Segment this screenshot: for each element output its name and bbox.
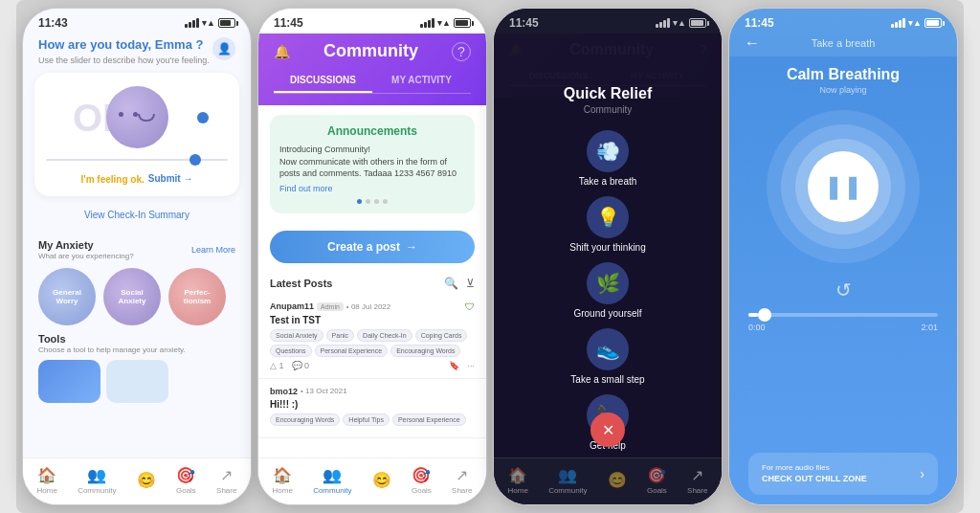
- tab-discussions[interactable]: DISCUSSIONS: [274, 69, 372, 93]
- mood-slider[interactable]: [46, 159, 228, 161]
- search-posts-icon[interactable]: 🔍: [444, 277, 458, 290]
- tag-personal[interactable]: Personal Experience: [315, 345, 389, 357]
- tag-social-anxiety[interactable]: Social Anxiety: [270, 329, 323, 342]
- tools-images: [38, 360, 235, 403]
- nav-goals-2[interactable]: 🎯Goals: [412, 466, 432, 495]
- nav-community-1[interactable]: 👥Community: [78, 466, 116, 495]
- nav-share-3[interactable]: ↗Share: [687, 466, 707, 495]
- back-button[interactable]: ←: [745, 34, 760, 52]
- tab-my-activity[interactable]: MY ACTIVITY: [372, 69, 471, 93]
- bottom-nav-3: 🏠Home 👥Community 😊 🎯Goals ↗Share: [494, 457, 722, 504]
- mood-slider-thumb[interactable]: [189, 154, 201, 166]
- tag-encouraging[interactable]: Encouraging Words: [390, 345, 460, 357]
- avatar[interactable]: 👤: [212, 37, 235, 60]
- nav-checkin-1[interactable]: 😊: [137, 471, 156, 491]
- dot-1: [357, 199, 362, 204]
- anxiety-card-perfectionism[interactable]: Perfec-tionism: [168, 268, 226, 325]
- filter-posts-icon[interactable]: ⊻: [466, 277, 475, 290]
- breathing-circles: ❚❚: [767, 110, 920, 263]
- signal-icon-2: [420, 18, 434, 28]
- battery-icon-4: [924, 18, 942, 28]
- wifi-icon-4: ▾▲: [908, 18, 922, 28]
- anxiety-card-social[interactable]: SocialAnxiety: [103, 268, 161, 325]
- time-3: 11:45: [509, 16, 539, 30]
- nav-goals-3[interactable]: 🎯Goals: [647, 466, 667, 495]
- post-admin-badge-1: Admin: [317, 302, 344, 311]
- feeling-ok: I'm feeling ok.: [81, 174, 145, 185]
- qr-item-step[interactable]: 👟 Take a small step: [512, 328, 703, 385]
- submit-button[interactable]: Submit →: [148, 173, 193, 184]
- quick-relief-overlay: Quick Relief Community 💨 Take a breath 💡…: [494, 9, 722, 504]
- post-action-buttons: 🔍 ⊻: [444, 277, 475, 290]
- nav-checkin-2[interactable]: 😊: [372, 471, 391, 491]
- nav-goals-1[interactable]: 🎯Goals: [176, 466, 196, 495]
- chill-zone-banner[interactable]: For more audio files CHECK OUT CHILL ZON…: [748, 453, 938, 495]
- post-title-2: Hi!!! :): [270, 399, 475, 410]
- find-out-more-link[interactable]: Find out more: [279, 184, 465, 193]
- greeting-subtitle: Use the slider to describe how you're fe…: [38, 56, 210, 65]
- tag-encouraging-2[interactable]: Encouraging Words: [270, 413, 340, 426]
- anxiety-card-general[interactable]: GeneralWorry: [38, 268, 96, 325]
- create-post-button[interactable]: Create a post →: [270, 231, 475, 263]
- progress-thumb[interactable]: [758, 308, 771, 322]
- chill-zone-text: For more audio files CHECK OUT CHILL ZON…: [762, 462, 867, 485]
- nav-checkin-3[interactable]: 😊: [608, 471, 627, 491]
- take-a-breath-label: Take a breath: [812, 37, 876, 49]
- announcements-text: Introducing Community!Now communicate wi…: [279, 144, 465, 180]
- dot-4: [383, 199, 388, 204]
- bookmark-icon-1[interactable]: 🔖: [449, 361, 459, 370]
- anxiety-subtitle: What are you experiencing?: [38, 252, 134, 260]
- comment-icon-1[interactable]: 💬 0: [292, 361, 310, 370]
- tools-title: Tools: [38, 333, 235, 345]
- upvote-icon-1[interactable]: △ 1: [270, 361, 284, 370]
- create-post-label: Create a post: [327, 240, 400, 254]
- tag-panic[interactable]: Panic: [326, 329, 355, 342]
- qr-item-thinking[interactable]: 💡 Shift your thinking: [512, 196, 703, 253]
- tag-daily-checkin[interactable]: Daily Check-In: [357, 329, 412, 342]
- qr-thinking-label: Shift your thinking: [569, 242, 646, 253]
- mood-checkin-area: OK I'm feeling ok. Submit →: [34, 73, 239, 196]
- help-icon[interactable]: ?: [452, 42, 471, 61]
- mood-face-wrapper: OK: [46, 84, 228, 151]
- community-title: Community: [290, 41, 452, 61]
- time-elapsed: 0:00: [748, 323, 766, 332]
- wifi-icon-1: ▾▲: [202, 18, 215, 28]
- chill-zone-chevron-icon[interactable]: ›: [920, 466, 924, 481]
- bell-icon[interactable]: 🔔: [274, 44, 290, 59]
- post-tags-1: Social Anxiety Panic Daily Check-In Copi…: [270, 329, 475, 357]
- more-icon-1[interactable]: ···: [467, 361, 475, 370]
- nav-home-2[interactable]: 🏠Home: [273, 466, 293, 495]
- nav-share-2[interactable]: ↗Share: [452, 466, 472, 495]
- status-bar-3: 11:45 ▾▲: [494, 9, 722, 33]
- breathe-header: ← Take a breath: [729, 33, 957, 56]
- community-header: 🔔 Community ? DISCUSSIONS MY ACTIVITY: [258, 33, 486, 105]
- nav-home-1[interactable]: 🏠Home: [37, 466, 57, 495]
- quick-relief-close-button[interactable]: ✕: [590, 413, 625, 447]
- screen-home: 11:43 ▾▲ How are you today, Emma ? Use t…: [22, 8, 252, 505]
- signal-icon-3: [656, 18, 670, 28]
- screen-community: 11:45 ▾▲ 🔔 Community ?: [257, 8, 487, 505]
- nav-home-3[interactable]: 🏠Home: [508, 466, 528, 495]
- tag-coping[interactable]: Coping Cards: [415, 329, 468, 342]
- view-summary-link[interactable]: View Check-In Summary: [23, 204, 251, 226]
- tag-personal-2[interactable]: Personal Experience: [392, 413, 466, 426]
- qr-item-ground[interactable]: 🌿 Ground yourself: [512, 262, 703, 319]
- tag-questions[interactable]: Questions: [270, 345, 312, 357]
- tool-thumb-1[interactable]: [38, 360, 100, 403]
- nav-share-1[interactable]: ↗Share: [216, 466, 236, 495]
- progress-bar[interactable]: [748, 313, 938, 317]
- home-header: How are you today, Emma ? Use the slider…: [23, 33, 251, 73]
- replay-button[interactable]: ↺: [835, 279, 852, 301]
- status-icons-4: ▾▲: [891, 18, 942, 28]
- tool-thumb-2[interactable]: [106, 360, 168, 403]
- qr-item-breathe[interactable]: 💨 Take a breath: [512, 130, 703, 187]
- status-bar-1: 11:43 ▾▲: [23, 9, 251, 33]
- anxiety-title: My Anxiety: [38, 239, 134, 251]
- tag-helpful[interactable]: Helpful Tips: [343, 413, 390, 426]
- nav-community-3[interactable]: 👥Community: [548, 466, 587, 495]
- pause-button[interactable]: ❚❚: [824, 173, 862, 200]
- learn-more-link[interactable]: Learn More: [191, 245, 235, 255]
- post-author-2: bmo12: [270, 387, 298, 396]
- battery-icon-2: [454, 18, 471, 28]
- nav-community-2[interactable]: 👥Community: [313, 466, 351, 495]
